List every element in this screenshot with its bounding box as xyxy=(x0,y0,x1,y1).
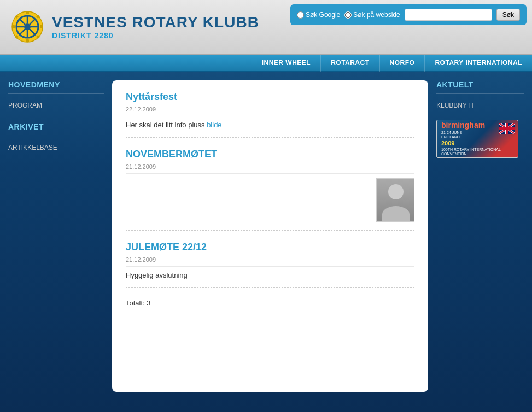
nav-inner-wheel[interactable]: INNER WHEEL xyxy=(252,54,321,72)
search-bar: Søk Google Søk på webside Søk xyxy=(290,4,527,25)
uk-flag-icon xyxy=(499,123,515,134)
article-text-1: Her skal det litt info pluss bilde xyxy=(126,121,414,129)
birm-convention: 100TH ROTARY INTERNATIONALCONVENTION xyxy=(441,148,501,157)
article-body-1: Her skal det litt info pluss bilde xyxy=(126,121,414,129)
article-title-1[interactable]: Nyttårsfest xyxy=(126,91,414,103)
article-julemote: JULEMØTE 22/12 21.12.2009 Hyggelig avslu… xyxy=(126,242,414,288)
nav-rotaract[interactable]: ROTARACT xyxy=(320,54,379,72)
article-title-3[interactable]: JULEMØTE 22/12 xyxy=(126,242,414,253)
article-date-2: 21.12.2009 xyxy=(126,163,414,174)
search-google-radio[interactable] xyxy=(297,11,304,19)
site-title: VESTNES ROTARY KLUBB xyxy=(52,14,259,31)
article-image-2 xyxy=(376,178,414,222)
svg-rect-13 xyxy=(12,25,15,28)
sidebar-divider-2 xyxy=(8,136,104,136)
birmingham-banner[interactable]: birmingham 21-24 JUNEENGLAND 2009 100TH … xyxy=(436,120,518,158)
birm-year: 2009 xyxy=(441,140,454,146)
rotary-logo-icon xyxy=(11,10,44,43)
svg-rect-12 xyxy=(26,39,29,42)
top-nav: INNER WHEEL ROTARACT NORFO ROTARY INTERN… xyxy=(0,55,532,72)
search-input[interactable] xyxy=(405,9,492,21)
sidebar-item-program[interactable]: PROGRAM xyxy=(8,99,104,111)
article-date-3: 21.12.2009 xyxy=(126,256,414,267)
search-button[interactable]: Søk xyxy=(496,9,520,21)
sidebar-section-hovedmeny: HOVEDMENY PROGRAM xyxy=(8,80,104,111)
right-section-title: AKTUELT xyxy=(436,80,524,89)
article-nyttarsfest: Nyttårsfest 22.12.2009 Her skal det litt… xyxy=(126,91,414,138)
article-title-2[interactable]: NOVEMBERMØTET xyxy=(126,149,414,160)
total-label: Totalt: xyxy=(126,299,145,307)
svg-rect-14 xyxy=(40,25,43,28)
sidebar-section-arkivet: ARKIVET ARTIKKELBASE xyxy=(8,122,104,154)
header: VESTNES ROTARY KLUBB DISTRIKT 2280 Søk G… xyxy=(0,0,532,55)
svg-rect-11 xyxy=(26,11,29,14)
search-webside-label[interactable]: Søk på webside xyxy=(344,11,400,19)
content-area: Nyttårsfest 22.12.2009 Her skal det litt… xyxy=(112,80,428,392)
total-line: Totalt: 3 xyxy=(126,299,414,307)
total-count: 3 xyxy=(147,299,150,307)
article-link-bilde[interactable]: bilde xyxy=(207,121,221,129)
nav-rotary-international[interactable]: ROTARY INTERNATIONAL xyxy=(424,54,532,72)
search-webside-radio[interactable] xyxy=(344,11,352,19)
site-subtitle: DISTRIKT 2280 xyxy=(52,31,259,40)
sidebar-item-artikkelbase[interactable]: ARTIKKELBASE xyxy=(8,142,104,154)
right-divider xyxy=(436,93,524,94)
article-text-3: Hyggelig avslutning xyxy=(126,271,414,279)
main-layout: HOVEDMENY PROGRAM ARKIVET ARTIKKELBASE N… xyxy=(0,72,532,400)
site-title-block: VESTNES ROTARY KLUBB DISTRIKT 2280 xyxy=(52,14,259,40)
right-link-klubbnytt[interactable]: KLUBBNYTT xyxy=(436,99,524,111)
sidebar-divider-1 xyxy=(8,93,104,94)
article-body-3: Hyggelig avslutning xyxy=(126,271,414,279)
right-sidebar: AKTUELT KLUBBNYTT birmingham 21-24 JUNEE… xyxy=(436,80,524,392)
sidebar-title-arkivet: ARKIVET xyxy=(8,122,104,131)
sidebar: HOVEDMENY PROGRAM ARKIVET ARTIKKELBASE xyxy=(8,80,104,392)
article-date-1: 22.12.2009 xyxy=(126,106,414,116)
article-novembermote: NOVEMBERMØTET 21.12.2009 xyxy=(126,149,414,231)
sidebar-title-hovedmeny: HOVEDMENY xyxy=(8,80,104,89)
birmingham-inner: birmingham 21-24 JUNEENGLAND 2009 100TH … xyxy=(437,120,518,157)
birm-sub: 21-24 JUNEENGLAND xyxy=(441,131,462,140)
article-body-2 xyxy=(126,178,414,222)
search-google-label[interactable]: Søk Google xyxy=(297,11,340,19)
nav-norfo[interactable]: NORFO xyxy=(379,54,425,72)
person-photo xyxy=(377,179,414,222)
birm-title: birmingham xyxy=(441,121,485,130)
